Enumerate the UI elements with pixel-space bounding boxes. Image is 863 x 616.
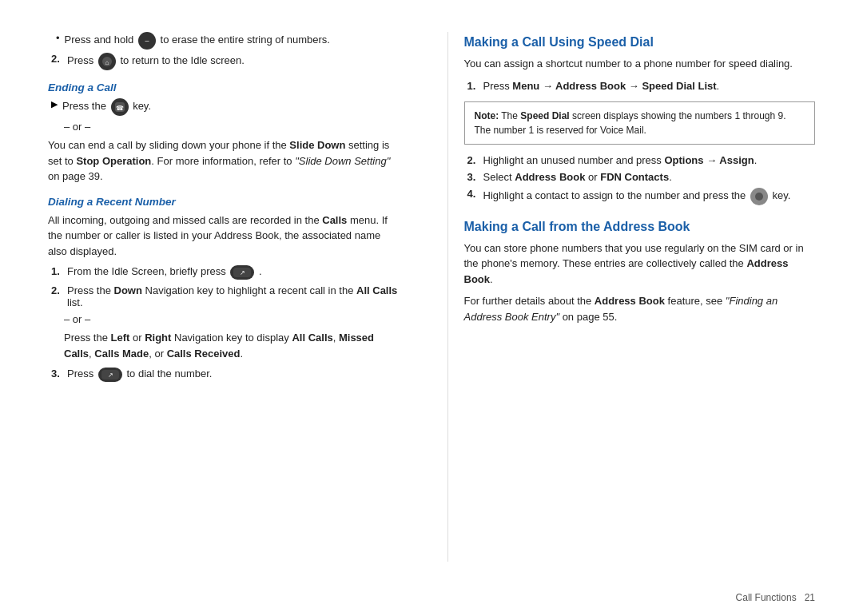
speed-step1: 1. Press Menu → Address Book → Speed Dia…	[464, 80, 816, 92]
press-key-text: Press the ☎ key.	[62, 98, 151, 116]
dialing-step1-text: From the Idle Screen, briefly press ↗ .	[67, 265, 262, 280]
page: Press and hold – to erase the entire str…	[0, 0, 863, 616]
erase-key-icon: –	[138, 32, 156, 50]
address-book-para2: For further details about the Address Bo…	[464, 293, 816, 324]
idle-key-icon: ⌂	[98, 53, 116, 70]
bullet-erase: Press and hold – to erase the entire str…	[48, 32, 400, 50]
content-area: Press and hold – to erase the entire str…	[0, 0, 863, 586]
dial-key-icon: ↗	[98, 368, 122, 382]
idle-key-svg: ⌂	[101, 56, 113, 67]
center-key-icon	[750, 188, 768, 205]
address-book-heading: Making a Call from the Address Book	[464, 220, 816, 234]
svg-text:☎: ☎	[116, 105, 124, 112]
speed-step4: 4. Highlight a contact to assign to the …	[464, 188, 816, 205]
address-book-para1: You can store phone numbers that you use…	[464, 240, 816, 288]
speed-step4-text: Highlight a contact to assign to the num…	[483, 188, 791, 205]
step2-num: 2.	[51, 53, 67, 65]
speed-dial-heading: Making a Call Using Speed Dial	[464, 35, 816, 50]
press-key-item: ▶ Press the ☎ key.	[48, 98, 400, 116]
svg-text:↗: ↗	[107, 372, 113, 379]
speed-step3-num: 3.	[467, 171, 483, 183]
dialing-heading: Dialing a Recent Number	[48, 196, 400, 208]
speed-step4-num: 4.	[467, 188, 483, 200]
ending-call-heading: Ending a Call	[48, 81, 400, 93]
dialing-para: All incoming, outgoing and missed calls …	[48, 213, 400, 260]
footer: Call Functions 21	[0, 586, 863, 616]
dialing-step1-num: 1.	[51, 265, 67, 277]
end-key-icon: ☎	[111, 98, 129, 116]
triangle-icon: ▶	[51, 99, 58, 109]
bullet-erase-text: Press and hold – to erase the entire str…	[65, 32, 330, 50]
center-key-inner	[755, 193, 763, 201]
speed-step2: 2. Highlight an unused number and press …	[464, 154, 816, 166]
dialing-or-text: Press the Left or Right Navigation key t…	[48, 330, 400, 361]
svg-text:↗: ↗	[240, 269, 245, 276]
end-key-svg: ☎	[114, 101, 125, 113]
speed-step2-num: 2.	[467, 154, 483, 166]
or-line-2: – or –	[48, 313, 400, 325]
dialing-step2-num: 2.	[51, 284, 67, 296]
dialing-step3-num: 3.	[51, 368, 67, 380]
send-key-icon: ↗	[230, 265, 254, 280]
dialing-step3: 3. Press ↗ to dial the number.	[48, 368, 400, 382]
footer-text: Call Functions	[736, 592, 797, 603]
speed-step3: 3. Select Address Book or FDN Contacts.	[464, 171, 816, 183]
speed-step2-text: Highlight an unused number and press Opt…	[483, 154, 758, 166]
dial-key-svg: ↗	[101, 369, 120, 380]
note-label: Note:	[475, 110, 499, 121]
send-key-svg: ↗	[233, 267, 252, 278]
dialing-step3-text: Press ↗ to dial the number.	[67, 368, 212, 382]
speed-step3-text: Select Address Book or FDN Contacts.	[483, 171, 672, 183]
note-box: Note: The Speed Dial screen displays sho…	[464, 101, 816, 145]
or-line-1: – or –	[48, 121, 400, 133]
left-column: Press and hold – to erase the entire str…	[48, 32, 416, 562]
speed-dial-para: You can assign a shortcut number to a ph…	[464, 56, 816, 72]
dialing-step2-text: Press the Down Navigation key to highlig…	[67, 284, 400, 308]
step2-text: Press ⌂ to return to the Idle screen.	[67, 53, 245, 70]
speed-step1-num: 1.	[467, 80, 483, 92]
dialing-step2: 2. Press the Down Navigation key to high…	[48, 284, 400, 308]
speed-step1-text: Press Menu → Address Book → Speed Dial L…	[483, 80, 720, 92]
footer-page: 21	[805, 592, 815, 603]
right-column: Making a Call Using Speed Dial You can a…	[447, 32, 816, 562]
ending-call-para: You can end a call by sliding down your …	[48, 137, 400, 185]
svg-text:⌂: ⌂	[105, 59, 109, 66]
step-return-idle: 2. Press ⌂ to return to the Idle screen.	[48, 53, 400, 70]
dialing-step1: 1. From the Idle Screen, briefly press ↗…	[48, 265, 400, 280]
